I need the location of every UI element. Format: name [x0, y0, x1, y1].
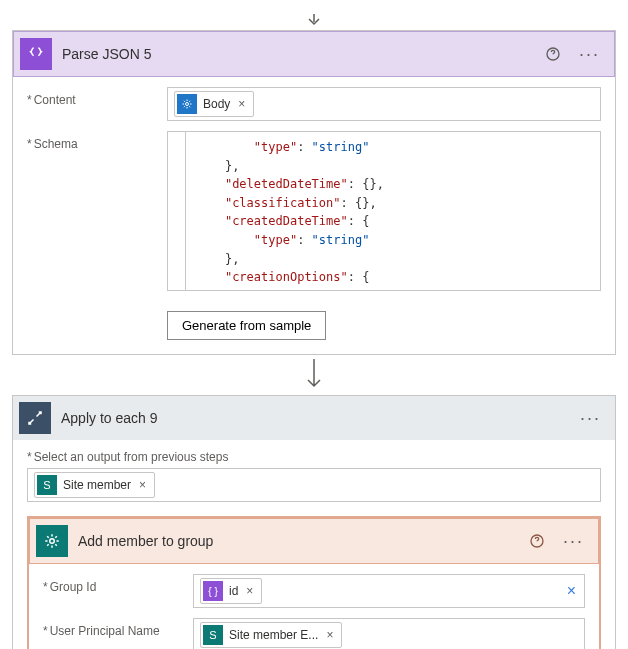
more-icon[interactable]: ··· [576, 407, 605, 429]
id-token-remove[interactable]: × [244, 584, 255, 598]
parse-json-icon [20, 38, 52, 70]
generate-from-sample-button[interactable]: Generate from sample [167, 311, 326, 340]
id-token-label: id [229, 584, 238, 598]
id-token[interactable]: { } id × [200, 578, 262, 604]
loop-icon [19, 402, 51, 434]
apply-to-each-title: Apply to each 9 [61, 410, 566, 426]
more-icon[interactable]: ··· [559, 530, 588, 552]
add-member-icon [36, 525, 68, 557]
clear-field-icon[interactable]: × [567, 582, 576, 600]
upn-token[interactable]: S Site member E... × [200, 622, 342, 648]
body-token-icon [177, 94, 197, 114]
svg-point-2 [50, 539, 55, 544]
site-member-token-remove[interactable]: × [137, 478, 148, 492]
more-icon[interactable]: ··· [575, 43, 604, 65]
help-icon[interactable] [541, 44, 565, 64]
select-output-label: Select an output from previous steps [27, 450, 601, 464]
id-token-icon: { } [203, 581, 223, 601]
flow-arrow-top [12, 14, 616, 26]
body-token-remove[interactable]: × [236, 97, 247, 111]
group-id-label: Group Id [43, 574, 193, 594]
add-member-header[interactable]: Add member to group ··· [29, 518, 599, 564]
schema-editor[interactable]: "type": "string" }, "deletedDateTime": {… [185, 131, 601, 291]
add-member-title: Add member to group [78, 533, 515, 549]
upn-input[interactable]: S Site member E... × [193, 618, 585, 649]
content-input[interactable]: Body × [167, 87, 601, 121]
upn-token-label: Site member E... [229, 628, 318, 642]
content-label: Content [27, 87, 167, 107]
flow-arrow-mid [12, 359, 616, 391]
apply-to-each-header[interactable]: Apply to each 9 ··· [13, 396, 615, 440]
site-member-token[interactable]: S Site member × [34, 472, 155, 498]
select-output-input[interactable]: S Site member × [27, 468, 601, 502]
schema-gutter [167, 131, 185, 291]
schema-label: Schema [27, 131, 167, 151]
site-member-token-icon: S [37, 475, 57, 495]
parse-json-title: Parse JSON 5 [62, 46, 531, 62]
upn-token-icon: S [203, 625, 223, 645]
help-icon[interactable] [525, 531, 549, 551]
body-token-label: Body [203, 97, 230, 111]
site-member-token-label: Site member [63, 478, 131, 492]
upn-label: User Principal Name [43, 618, 193, 638]
parse-json-header[interactable]: Parse JSON 5 ··· [13, 31, 615, 77]
apply-to-each-card: Apply to each 9 ··· Select an output fro… [12, 395, 616, 649]
body-token[interactable]: Body × [174, 91, 254, 117]
parse-json-card: Parse JSON 5 ··· Content Body × [12, 30, 616, 355]
svg-point-1 [186, 103, 189, 106]
add-member-card: Add member to group ··· Group Id { } [27, 516, 601, 649]
upn-token-remove[interactable]: × [324, 628, 335, 642]
group-id-input[interactable]: { } id × × [193, 574, 585, 608]
